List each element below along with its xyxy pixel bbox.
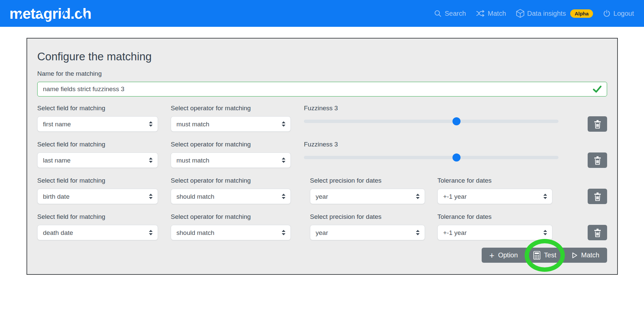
field-select-wrap: last name bbox=[37, 152, 158, 168]
configure-matching-panel: Configure the matching Name for the matc… bbox=[26, 38, 618, 275]
operator-select-wrap: must match bbox=[171, 152, 291, 168]
tolerance-select[interactable]: +-1 year bbox=[437, 189, 552, 204]
field-select-col: Select field for matchingdeath date bbox=[37, 210, 158, 247]
tolerance-select-label: Tolerance for dates bbox=[437, 213, 492, 221]
matching-name-wrap bbox=[37, 82, 607, 97]
trash-icon bbox=[594, 120, 601, 129]
precision-select[interactable]: year bbox=[310, 189, 425, 204]
power-icon bbox=[603, 10, 610, 17]
tolerance-select-col: Tolerance for dates+-1 year bbox=[437, 174, 552, 210]
trash-icon bbox=[594, 156, 601, 165]
operator-select-label: Select operator for matching bbox=[171, 177, 251, 184]
page-title: Configure the matching bbox=[37, 50, 607, 63]
fuzziness-col: Fuzziness 3 bbox=[304, 102, 558, 138]
precision-select-label: Select precision for dates bbox=[310, 177, 381, 184]
operator-select-col: Select operator for matchingshould match bbox=[171, 174, 291, 210]
main-nav: Search Match Data insights Alpha Logout bbox=[434, 9, 634, 18]
delete-row-button[interactable] bbox=[588, 189, 607, 204]
precision-select[interactable]: year bbox=[310, 225, 425, 240]
precision-select-col: Select precision for datesyear bbox=[310, 210, 425, 247]
tolerance-select-col: Tolerance for dates+-1 year bbox=[437, 210, 552, 247]
valid-check-icon bbox=[593, 85, 602, 93]
matching-row: Select field for matchingfirst nameSelec… bbox=[37, 102, 607, 138]
test-button-label: Test bbox=[544, 251, 556, 259]
match-button-label: Match bbox=[581, 251, 599, 259]
nav-match[interactable]: Match bbox=[476, 10, 506, 17]
nav-logout-label: Logout bbox=[613, 10, 634, 17]
operator-select-label: Select operator for matching bbox=[171, 141, 251, 148]
nav-match-label: Match bbox=[488, 10, 506, 17]
fuzziness-slider[interactable] bbox=[304, 120, 558, 123]
fuzziness-label: Fuzziness 3 bbox=[304, 141, 338, 148]
test-button[interactable]: Test bbox=[526, 248, 564, 263]
play-icon bbox=[572, 252, 578, 259]
field-select-wrap: birth date bbox=[37, 189, 158, 204]
nav-data-insights-label: Data insights bbox=[527, 10, 566, 17]
cube-icon bbox=[516, 9, 524, 18]
slider-thumb[interactable] bbox=[452, 117, 461, 125]
operator-select-wrap: must match bbox=[171, 116, 291, 132]
matching-row: Select field for matchingbirth dateSelec… bbox=[37, 174, 607, 210]
matching-name-label: Name for the matching bbox=[37, 70, 607, 78]
field-select-wrap: first name bbox=[37, 116, 158, 132]
field-select-col: Select field for matchinglast name bbox=[37, 138, 158, 174]
actions-button-group: +OptionTestMatch bbox=[482, 248, 607, 263]
tolerance-select-wrap: +-1 year bbox=[437, 225, 552, 240]
option-button[interactable]: +Option bbox=[482, 248, 526, 263]
delete-row-button[interactable] bbox=[588, 116, 607, 132]
field-select[interactable]: birth date bbox=[37, 189, 158, 204]
operator-select-label: Select operator for matching bbox=[171, 105, 251, 112]
nav-data-insights[interactable]: Data insights Alpha bbox=[516, 9, 593, 18]
trash-icon bbox=[594, 228, 601, 237]
shuffle-icon bbox=[476, 10, 485, 17]
field-select-label: Select field for matching bbox=[37, 105, 105, 112]
tolerance-select-label: Tolerance for dates bbox=[437, 177, 492, 184]
operator-select-col: Select operator for matchingmust match bbox=[171, 102, 291, 138]
top-navbar: metagrid.ch Search Match Data insights A… bbox=[0, 0, 644, 27]
field-select-col: Select field for matchingbirth date bbox=[37, 174, 158, 210]
search-icon bbox=[434, 10, 442, 17]
tolerance-select[interactable]: +-1 year bbox=[437, 225, 552, 240]
delete-row-button[interactable] bbox=[588, 225, 607, 240]
fuzziness-col: Fuzziness 3 bbox=[304, 138, 558, 174]
operator-select[interactable]: should match bbox=[171, 189, 291, 204]
precision-select-col: Select precision for datesyear bbox=[310, 174, 425, 210]
operator-select-wrap: should match bbox=[171, 189, 291, 204]
field-select-col: Select field for matchingfirst name bbox=[37, 102, 158, 138]
page-content: Configure the matching Name for the matc… bbox=[0, 38, 644, 275]
slider-thumb[interactable] bbox=[452, 153, 461, 162]
fuzziness-slider[interactable] bbox=[304, 156, 558, 159]
nav-search-label: Search bbox=[445, 10, 466, 17]
field-select[interactable]: death date bbox=[37, 225, 158, 240]
trash-icon bbox=[594, 192, 601, 201]
fuzziness-label: Fuzziness 3 bbox=[304, 105, 338, 112]
match-button[interactable]: Match bbox=[564, 248, 607, 263]
field-select-label: Select field for matching bbox=[37, 177, 105, 184]
field-select[interactable]: last name bbox=[37, 152, 158, 168]
operator-select-label: Select operator for matching bbox=[171, 213, 251, 221]
option-button-label: Option bbox=[498, 251, 518, 259]
matching-row: Select field for matchinglast nameSelect… bbox=[37, 138, 607, 174]
operator-select[interactable]: should match bbox=[171, 225, 291, 240]
alpha-badge: Alpha bbox=[570, 9, 593, 18]
field-select-wrap: death date bbox=[37, 225, 158, 240]
nav-logout[interactable]: Logout bbox=[603, 10, 634, 17]
brand-logo[interactable]: metagrid.ch bbox=[9, 6, 91, 21]
nav-search[interactable]: Search bbox=[434, 10, 466, 17]
precision-select-wrap: year bbox=[310, 189, 425, 204]
delete-row-button[interactable] bbox=[588, 152, 607, 168]
calculator-icon bbox=[533, 251, 540, 260]
precision-select-wrap: year bbox=[310, 225, 425, 240]
matching-row: Select field for matchingdeath dateSelec… bbox=[37, 210, 607, 247]
field-select-label: Select field for matching bbox=[37, 141, 105, 148]
operator-select[interactable]: must match bbox=[171, 116, 291, 132]
field-select[interactable]: first name bbox=[37, 116, 158, 132]
operator-select-col: Select operator for matchingmust match bbox=[171, 138, 291, 174]
precision-select-label: Select precision for dates bbox=[310, 213, 381, 221]
operator-select[interactable]: must match bbox=[171, 152, 291, 168]
operator-select-col: Select operator for matchingshould match bbox=[171, 210, 291, 247]
operator-select-wrap: should match bbox=[171, 225, 291, 240]
field-select-label: Select field for matching bbox=[37, 213, 105, 221]
matching-name-input[interactable] bbox=[37, 82, 607, 97]
actions-row: +OptionTestMatch bbox=[37, 248, 607, 263]
